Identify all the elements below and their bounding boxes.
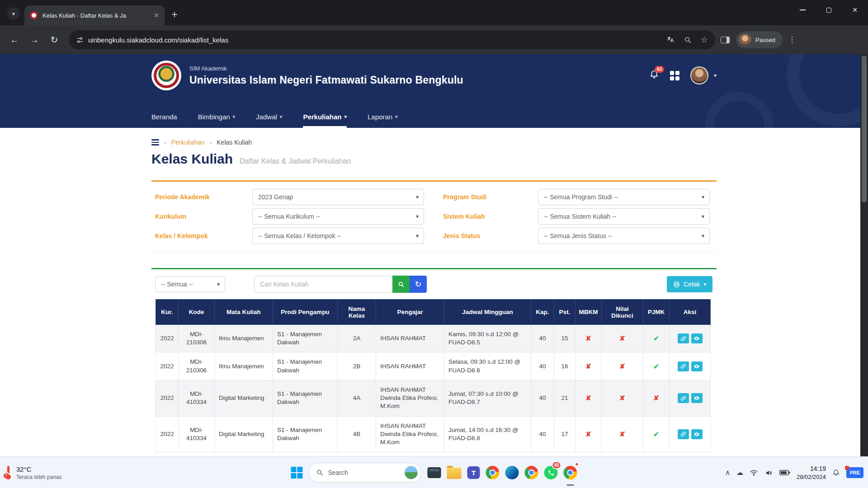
cell-pengajar: IHSAN RAHMAT <box>376 325 444 352</box>
taskbar-search-box[interactable]: Search <box>309 463 422 483</box>
clock-date: 28/02/2024 <box>797 473 826 481</box>
view-button[interactable] <box>691 361 703 371</box>
notifications-button[interactable]: 93 <box>649 70 659 81</box>
bookmark-star-icon[interactable]: ☆ <box>701 35 708 45</box>
url-text[interactable]: uinbengkulu.siakadcloud.com/siakad/list_… <box>88 36 228 44</box>
view-button[interactable] <box>691 333 703 343</box>
kurikulum-select[interactable]: -- Semua Kurikulum -- <box>252 208 424 225</box>
page-size-select[interactable]: -- Semua -- <box>155 276 225 292</box>
battery-icon[interactable] <box>779 469 790 476</box>
cell-nama-kelas: 2B <box>338 352 376 380</box>
reload-button[interactable]: ↻ <box>45 31 63 49</box>
back-button[interactable]: ← <box>5 31 24 49</box>
search-button[interactable] <box>392 276 410 293</box>
nav-item-perkuliahan[interactable]: Perkuliahan▾ <box>303 113 347 128</box>
profile-caret-icon[interactable]: ▾ <box>714 72 717 79</box>
teams-button[interactable] <box>467 457 480 488</box>
link-button[interactable] <box>678 429 689 439</box>
search-highlight-thumbnail[interactable] <box>405 466 418 479</box>
wifi-icon[interactable] <box>750 469 758 476</box>
page-scrollbar[interactable] <box>860 54 868 456</box>
chrome-button-3[interactable] <box>564 457 577 488</box>
cell-pst: 21 <box>554 380 576 416</box>
sistem-kuliah-select[interactable]: -- Semua Sistem Kuliah -- <box>538 208 710 225</box>
program-studi-select[interactable]: -- Semua Program Studi -- <box>538 189 710 205</box>
user-avatar[interactable] <box>690 66 708 84</box>
view-button[interactable] <box>691 393 703 403</box>
nav-item-bimbingan[interactable]: Bimbingan▾ <box>198 113 235 128</box>
col-pengajar: Pengajar <box>376 300 444 325</box>
folder-icon <box>447 468 462 479</box>
taskbar-clock[interactable]: 14:19 28/02/2024 <box>797 465 826 481</box>
link-button[interactable] <box>678 333 689 343</box>
task-view-button[interactable] <box>428 457 441 488</box>
translate-icon[interactable] <box>667 36 675 44</box>
apps-grid-icon[interactable] <box>670 71 679 80</box>
header-decor-circle <box>787 54 868 127</box>
periode-akademik-select[interactable]: 2023 Genap <box>252 189 424 205</box>
menu-toggle-icon[interactable] <box>151 139 159 145</box>
start-button[interactable] <box>291 457 303 488</box>
breadcrumb-perkuliahan[interactable]: Perkuliahan <box>171 139 205 146</box>
browser-menu-icon[interactable]: ⋮ <box>784 35 800 45</box>
weather-widget[interactable]: 1 32°C Terasa lebih panas <box>5 457 62 488</box>
side-panel-icon[interactable] <box>721 37 730 43</box>
nav-item-beranda[interactable]: Beranda <box>151 113 177 128</box>
cell-kode: MDI-410334 <box>179 416 215 452</box>
window-maximize-button[interactable] <box>816 0 842 20</box>
search-icon <box>398 281 405 288</box>
browser-tab[interactable]: Kelas Kuliah - Daftar Kelas & Ja ✕ <box>24 5 165 25</box>
pjmk-status-icon: ✔ <box>653 362 659 370</box>
print-button[interactable]: Cetak ▾ <box>667 276 712 292</box>
cell-pst: 17 <box>554 416 576 452</box>
forward-button[interactable]: → <box>25 31 43 49</box>
col-pst: Pst. <box>554 300 576 325</box>
pjmk-status-icon: ✔ <box>653 334 659 342</box>
address-bar[interactable]: uinbengkulu.siakadcloud.com/siakad/list_… <box>69 30 715 49</box>
jenis-status-select[interactable]: -- Semua Jenis Status -- <box>538 228 710 244</box>
kelas-kelompok-select[interactable]: -- Semua Kelas / Kelompok -- <box>252 228 424 244</box>
file-explorer-button[interactable] <box>447 457 462 488</box>
tab-search-button[interactable]: ▾ <box>7 7 20 20</box>
cell-prodi: S1 - Manajemen Dakwah <box>273 416 338 452</box>
notification-bell-icon[interactable] <box>832 469 840 477</box>
notification-dot <box>575 462 579 466</box>
cell-pst: 16 <box>554 352 576 380</box>
col-mbkm: MBKM <box>576 300 602 325</box>
window-controls: ✕ <box>789 0 868 20</box>
windows-taskbar: 1 32°C Terasa lebih panas Search <box>0 456 868 488</box>
university-name: Universitas Islam Negeri Fatmawati Sukar… <box>189 74 463 86</box>
edge-button[interactable] <box>505 457 519 488</box>
new-tab-button[interactable]: + <box>167 7 182 22</box>
refresh-button[interactable]: ↻ <box>410 276 427 293</box>
tray-expand-button[interactable]: ∧ <box>725 469 730 477</box>
eye-icon <box>693 363 700 370</box>
link-button[interactable] <box>678 393 689 403</box>
profile-chip[interactable]: Paused <box>736 31 783 48</box>
col-mata-kuliah: Mata Kuliah <box>215 300 273 325</box>
filter-panel: Periode Akademik 2023 Genap Program Stud… <box>151 180 717 253</box>
site-settings-icon[interactable] <box>76 36 84 44</box>
window-close-button[interactable]: ✕ <box>842 0 868 20</box>
task-view-icon <box>428 467 441 478</box>
scrollbar-thumb[interactable] <box>862 56 867 202</box>
cell-kode: MDI-210306 <box>179 352 215 380</box>
window-minimize-button[interactable] <box>789 0 816 20</box>
link-button[interactable] <box>678 361 689 371</box>
nav-item-laporan[interactable]: Laporan▾ <box>368 113 398 128</box>
chevron-down-icon: ▾ <box>344 114 347 120</box>
view-button[interactable] <box>691 429 703 439</box>
nav-item-jadwal[interactable]: Jadwal▾ <box>256 113 282 128</box>
tab-close-icon[interactable]: ✕ <box>154 12 159 19</box>
mbkm-status-icon: ✘ <box>585 362 591 370</box>
chrome-button-2[interactable] <box>525 457 538 488</box>
whatsapp-button[interactable]: 40 <box>544 457 558 488</box>
volume-icon[interactable] <box>764 469 773 477</box>
pre-badge[interactable]: PRE <box>846 467 863 478</box>
nilai-dikunci-status-icon: ✘ <box>619 394 625 402</box>
search-input[interactable] <box>254 276 392 293</box>
search-page-icon[interactable] <box>684 36 692 44</box>
onedrive-cloud-icon[interactable]: ☁ <box>736 469 743 477</box>
chrome-button[interactable] <box>486 457 500 488</box>
col-nilai-dikunci: Nilai Dikunci <box>602 300 643 325</box>
